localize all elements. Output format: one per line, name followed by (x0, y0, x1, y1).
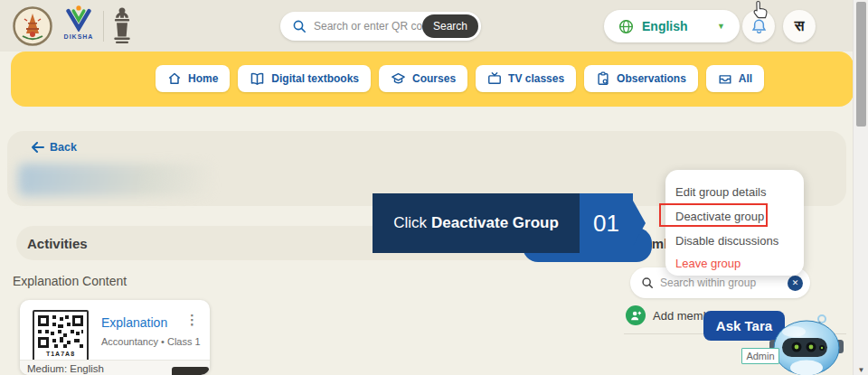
language-label: English (642, 19, 688, 33)
menu-item-disable-discussions[interactable]: Disable discussions (675, 230, 778, 250)
scrollbar[interactable]: ▼ (853, 0, 868, 375)
diksha-group-page: DIKSHA Search English ▼ (0, 0, 868, 375)
group-name-redacted (18, 164, 212, 196)
nav-courses-button[interactable]: Courses (379, 65, 467, 92)
activity-badge (172, 367, 209, 375)
search-input[interactable] (314, 20, 422, 33)
profile-initial: स (795, 18, 805, 34)
search-icon (292, 19, 307, 33)
nav-label: Courses (412, 72, 456, 85)
callout-text: Click Deactivate Group (373, 193, 580, 253)
menu-item-edit-group-details[interactable]: Edit group details (675, 182, 766, 202)
diksha-logo-text: DIKSHA (58, 33, 99, 40)
tamilnadu-govt-logo (13, 6, 52, 46)
nav-label: Home (188, 72, 218, 85)
search-icon (641, 277, 654, 289)
activity-medium: Medium: English (27, 363, 104, 374)
book-icon (250, 71, 265, 86)
back-label: Back (50, 141, 77, 154)
callout-prefix: Click (393, 214, 427, 232)
tv-icon (487, 71, 502, 86)
nav-digital-textbooks-button[interactable]: Digital textbooks (238, 65, 371, 92)
section-title: Explanation Content (13, 274, 127, 288)
national-emblem-logo (110, 6, 134, 46)
callout-target: Deactivate Group (431, 214, 559, 232)
nav-observations-button[interactable]: Observations (584, 65, 698, 92)
graduation-cap-icon (391, 71, 406, 86)
logo-divider (103, 11, 104, 42)
back-arrow-icon (31, 142, 44, 153)
activity-card[interactable]: T1A7A8 Explanation Accountancy • Class 1… (20, 300, 210, 375)
callout-step-number: 01 (580, 193, 633, 253)
back-button[interactable]: Back (31, 141, 77, 154)
clear-search-button[interactable]: ✕ (788, 276, 803, 291)
home-icon (167, 71, 182, 86)
scrollbar-thumb[interactable] (856, 2, 866, 127)
nav-label: All (739, 72, 752, 85)
diksha-logo: DIKSHA (58, 5, 99, 48)
tara-robot-mascot[interactable] (769, 313, 845, 375)
chevron-down-icon: ▼ (717, 22, 725, 31)
globe-icon (618, 19, 634, 34)
scrollbar-down-arrow[interactable]: ▼ (854, 366, 868, 374)
kebab-menu-icon[interactable]: ⋮ (185, 312, 199, 328)
search-button[interactable]: Search (422, 14, 478, 38)
menu-item-leave-group[interactable]: Leave group (675, 253, 741, 273)
nav-home-button[interactable]: Home (156, 65, 230, 92)
mouse-cursor (751, 0, 770, 21)
tutorial-callout: Click Deactivate Group 01 (373, 193, 646, 253)
nav-label: Observations (617, 72, 686, 85)
nav-label: Digital textbooks (271, 72, 359, 85)
members-search-input[interactable] (660, 277, 788, 289)
highlight-box (659, 203, 768, 227)
clipboard-icon (596, 71, 610, 86)
activities-title: Activities (27, 236, 88, 251)
language-selector[interactable]: English ▼ (604, 10, 740, 42)
admin-badge: Admin (741, 348, 779, 364)
callout-arrow (633, 201, 646, 246)
nav-items: Home Digital textbooks Courses TV classe… (156, 65, 764, 92)
nav-all-button[interactable]: All (706, 65, 764, 92)
inbox-icon (718, 71, 732, 86)
qr-code-label: T1A7A8 (46, 350, 75, 358)
header-search-bar: Search (280, 12, 481, 41)
profile-avatar[interactable]: स (783, 10, 816, 42)
nav-tv-classes-button[interactable]: TV classes (476, 65, 576, 92)
activity-subtitle: Accountancy • Class 1 (101, 336, 201, 347)
activity-title-link[interactable]: Explanation (101, 315, 167, 330)
qr-code: T1A7A8 (33, 310, 89, 361)
nav-label: TV classes (508, 72, 564, 85)
add-member-icon (626, 305, 646, 325)
